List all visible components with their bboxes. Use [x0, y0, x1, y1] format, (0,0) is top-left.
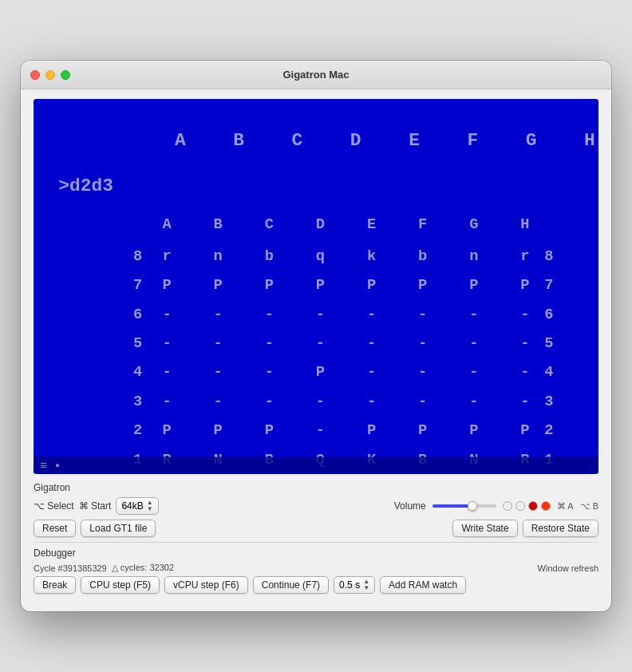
alt-b-label: ⌥ B: [580, 501, 598, 512]
volume-section: Volume ⌘ A ⌥ B: [394, 500, 598, 512]
cpu-step-button[interactable]: CPU step (F5): [81, 576, 160, 594]
radio-low[interactable]: [515, 501, 525, 511]
radio-high[interactable]: [541, 501, 551, 511]
restore-state-button[interactable]: Restore State: [523, 520, 598, 537]
window-controls: [30, 70, 70, 80]
svg-text:≡ ▪: ≡ ▪: [40, 460, 61, 472]
main-window: Gigatron Mac A B C D E F G H >d2d3 A B C…: [21, 61, 611, 611]
debugger-section: Debugger Cycle #391385329 △ cycles: 3230…: [34, 547, 598, 594]
window-refresh-label: Window refresh: [538, 563, 598, 573]
memory-dropdown[interactable]: 64kB ▲ ▼: [116, 497, 158, 515]
refresh-dropdown-arrows: ▲ ▼: [363, 579, 369, 591]
main-content: A B C D E F G H >d2d3 A B C D E F G H 8 …: [21, 89, 611, 611]
cmd-a-label: ⌘ A: [557, 501, 574, 512]
svg-text:2: 2: [544, 421, 553, 439]
svg-text:A  B  C  D  E  F  G  H: A B C D E F G H: [175, 130, 598, 151]
svg-text:>d2d3: >d2d3: [58, 176, 113, 196]
select-key-label: ⌥ Select: [34, 500, 74, 512]
svg-text:3: 3: [544, 393, 553, 410]
svg-text:3: 3: [133, 393, 142, 410]
svg-text:6: 6: [133, 306, 142, 323]
maximize-button[interactable]: [61, 70, 70, 80]
memory-value: 64kB: [121, 500, 143, 512]
delta-label: △ cycles: 32302: [112, 563, 174, 573]
write-state-button[interactable]: Write State: [452, 520, 517, 537]
gigatron-label: Gigatron: [34, 482, 598, 493]
svg-text:P  P  P  -  P  P  P  P: P P P - P P P P: [162, 421, 546, 439]
gigatron-section: Gigatron ⌥ Select ⌘ Start 64kB ▲ ▼ Volum…: [34, 482, 598, 537]
window-title: Gigatron Mac: [282, 69, 349, 81]
gigatron-controls-row1: ⌥ Select ⌘ Start 64kB ▲ ▼ Volume: [34, 497, 598, 515]
svg-text:P  P  P  P  P  P  P  P: P P P P P P P P: [162, 276, 546, 294]
volume-slider[interactable]: [433, 504, 496, 508]
debugger-label: Debugger: [34, 547, 598, 559]
reset-button[interactable]: Reset: [34, 520, 76, 537]
dropdown-arrows: ▲ ▼: [147, 500, 153, 512]
screen-container: A B C D E F G H >d2d3 A B C D E F G H 8 …: [34, 99, 598, 474]
titlebar: Gigatron Mac: [21, 61, 611, 89]
volume-thumb[interactable]: [468, 501, 477, 511]
gigatron-controls-row2: Reset Load GT1 file Write State Restore …: [34, 520, 598, 537]
svg-text:5: 5: [544, 334, 553, 352]
svg-text:r  n  b  q  k  b  n  r: r n b q k b n r: [162, 247, 546, 265]
break-button[interactable]: Break: [34, 576, 76, 594]
refresh-dropdown[interactable]: 0.5 s ▲ ▼: [334, 576, 375, 594]
divider: [34, 542, 598, 543]
radio-group: [503, 501, 551, 511]
cycle-label: Cycle #391385329: [34, 563, 107, 573]
add-ram-watch-button[interactable]: Add RAM watch: [380, 576, 466, 594]
svg-text:6: 6: [544, 306, 553, 323]
svg-text:A  B  C  D  E  F  G  H: A B C D E F G H: [162, 215, 546, 233]
svg-text:2: 2: [133, 421, 142, 439]
svg-text:8: 8: [133, 247, 142, 265]
refresh-value: 0.5 s: [339, 579, 360, 591]
svg-text:7: 7: [133, 276, 142, 294]
volume-label: Volume: [394, 500, 426, 512]
load-gt1-button[interactable]: Load GT1 file: [81, 520, 156, 537]
retro-display: A B C D E F G H >d2d3 A B C D E F G H 8 …: [34, 99, 598, 474]
svg-text:5: 5: [133, 334, 142, 352]
debugger-info-row: Cycle #391385329 △ cycles: 32302 Window …: [34, 563, 598, 573]
continue-button[interactable]: Continue (F7): [253, 576, 329, 594]
start-key-label: ⌘ Start: [79, 500, 112, 512]
radio-off[interactable]: [503, 501, 512, 511]
svg-text:-  -  -  -  -  -  -  -: - - - - - - - -: [162, 306, 546, 323]
svg-text:8: 8: [544, 247, 553, 265]
svg-text:4: 4: [544, 363, 553, 381]
svg-text:4: 4: [133, 363, 142, 381]
svg-text:-  -  -  -  -  -  -  -: - - - - - - - -: [162, 334, 546, 352]
debugger-controls-row: Break CPU step (F5) vCPU step (F6) Conti…: [34, 576, 598, 594]
svg-text:-  -  -  -  -  -  -  -: - - - - - - - -: [162, 393, 546, 410]
minimize-button[interactable]: [45, 70, 55, 80]
svg-text:7: 7: [544, 276, 553, 294]
svg-rect-29: [34, 457, 598, 473]
radio-mid[interactable]: [528, 501, 538, 511]
close-button[interactable]: [30, 70, 40, 80]
vcpu-step-button[interactable]: vCPU step (F6): [164, 576, 248, 594]
svg-text:-  -  -  P  -  -  -  -: - - - P - - - -: [162, 363, 546, 381]
